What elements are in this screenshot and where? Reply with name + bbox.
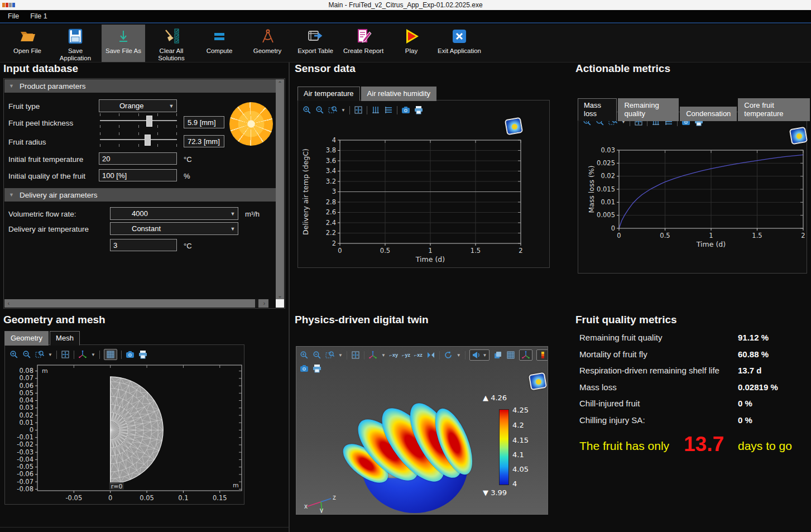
volumetric-flow-rate-combo[interactable]: 4000 ▼ — [110, 207, 238, 220]
view-xy-button[interactable]: ⌐xy — [390, 352, 398, 358]
snapshot-camera-icon[interactable] — [300, 364, 309, 373]
create-report-button[interactable]: Create Report — [342, 25, 385, 62]
zoom-in-icon[interactable] — [300, 351, 309, 360]
axis-y-label: y — [320, 506, 323, 513]
zoom-extents-icon[interactable] — [351, 351, 360, 360]
fruit-3d-model[interactable] — [349, 394, 489, 515]
delivery-air-temperature-input[interactable]: 3 — [110, 239, 177, 251]
zoom-out-icon[interactable] — [313, 351, 321, 360]
play-button[interactable]: Play — [390, 25, 433, 62]
compute-button[interactable]: Compute — [198, 25, 241, 62]
slider-thumb[interactable] — [146, 116, 152, 127]
horizontal-scrollbar[interactable]: ‹ › — [4, 299, 268, 308]
chevron-down-icon[interactable]: ▼ — [338, 353, 343, 358]
scroll-left-icon[interactable]: ‹ — [4, 299, 13, 308]
fruit-radius-slider[interactable] — [100, 132, 177, 148]
delivery-air-temperature-combo[interactable]: Constant ▼ — [110, 222, 238, 235]
actionable-metrics-panel: ▼ 00.0050.010.0150.020.0250.0300.511.52T… — [578, 112, 807, 274]
tab-condensation[interactable]: Condensation — [680, 107, 737, 121]
vertical-scrollbar[interactable]: ⌃ ⌄ — [276, 79, 284, 300]
geometry-button[interactable]: Geometry — [246, 25, 289, 62]
svg-text:-0.06: -0.06 — [17, 470, 33, 478]
export-table-button[interactable]: Export Table — [294, 25, 337, 62]
open-file-button[interactable]: Open File — [6, 25, 49, 62]
svg-text:0: 0 — [617, 232, 621, 239]
svg-text:0.005: 0.005 — [597, 211, 615, 219]
delivery-air-temperature-unit: °C — [184, 242, 192, 250]
input-database-panel: ▼ Product parameters Fruit type Orange ▼… — [3, 78, 285, 309]
bottom-divider — [0, 527, 289, 528]
scroll-down-icon[interactable]: ⌄ — [276, 291, 284, 300]
svg-text:3.4: 3.4 — [326, 167, 336, 175]
view-xz-button[interactable]: ⌐xz — [414, 352, 423, 358]
svg-text:0: 0 — [30, 426, 33, 434]
fruit-peel-thickness-value[interactable]: 5.9 [mm] — [184, 116, 224, 128]
colorbar-toggle-button[interactable] — [536, 349, 549, 361]
transparency-button[interactable]: ▼ — [469, 349, 490, 361]
svg-text:m: m — [42, 367, 48, 375]
geometry-mesh-title: Geometry and mesh — [3, 314, 105, 326]
tab-remaining-quality[interactable]: Remaining quality — [618, 98, 679, 121]
save-file-as-button[interactable]: Save File As — [102, 25, 145, 62]
delivery-air-temperature-label: Delivery air temperature — [8, 225, 89, 233]
scene-light-icon[interactable] — [493, 351, 502, 360]
svg-text:0.05: 0.05 — [19, 389, 33, 397]
fruit-radius-value[interactable]: 72.3 [mm] — [184, 135, 224, 147]
svg-text:-0.07: -0.07 — [17, 478, 33, 486]
clear-all-solutions-button[interactable]: Clear All Solutions — [150, 25, 193, 62]
print-icon[interactable] — [313, 364, 321, 373]
colorbar-tick: 4 — [512, 480, 517, 488]
tab-geometry[interactable]: Geometry — [4, 331, 49, 346]
actionable-metrics-title: Actionable metrics — [575, 63, 670, 75]
tab-air-temperature[interactable]: Air temperature — [297, 87, 360, 101]
tab-mesh[interactable]: Mesh — [50, 331, 80, 346]
rotate-view-icon[interactable] — [444, 351, 453, 360]
logo-mark — [6, 3, 8, 7]
shelf-life-banner-number: 13.7 — [684, 433, 724, 456]
svg-text:r=0: r=0 — [111, 483, 123, 490]
svg-text:0.15: 0.15 — [213, 494, 227, 502]
grid-icon[interactable] — [506, 351, 515, 360]
triad-toggle-button[interactable] — [519, 349, 532, 361]
application-window: Main - FruiTed_v2_Citrus_App_Exp-01.02.2… — [0, 0, 811, 532]
initial-fruit-temperature-input[interactable]: 20 — [99, 152, 177, 165]
megaphone-icon — [472, 351, 481, 360]
digital-twin-viewport: ▼ ▼ ⌐xy ⌐yz ⌐xz ▼ ▼ — [296, 346, 548, 515]
initial-fruit-temperature-unit: °C — [184, 155, 192, 164]
svg-text:3.6: 3.6 — [326, 157, 336, 165]
axis-orientation-icon[interactable] — [368, 351, 377, 360]
svg-text:0.01: 0.01 — [601, 198, 615, 206]
svg-text:1.5: 1.5 — [471, 247, 481, 255]
fruit-type-combo[interactable]: Orange ▼ — [99, 99, 177, 112]
menu-file-1[interactable]: File 1 — [26, 11, 52, 21]
sensor-data-title: Sensor data — [295, 63, 356, 75]
menu-file[interactable]: File — [3, 11, 23, 21]
chevron-down-icon[interactable]: ▼ — [457, 353, 461, 358]
tab-core-fruit-temperature[interactable]: Core fruit temperature — [738, 98, 810, 121]
save-application-button[interactable]: Save Application — [54, 25, 97, 62]
chevron-down-icon[interactable]: ▼ — [381, 353, 386, 358]
exit-icon — [450, 27, 468, 45]
tab-air-relative-humidity[interactable]: Air relative humidity — [361, 87, 436, 101]
svg-text:1.5: 1.5 — [752, 232, 762, 239]
svg-text:3: 3 — [332, 188, 336, 195]
initial-quality-input[interactable]: 100 [%] — [99, 169, 177, 181]
slider-thumb[interactable] — [145, 135, 151, 146]
axis-z-label: z — [333, 493, 336, 501]
twin-plot-toolbar-row2 — [300, 362, 321, 375]
zoom-box-icon[interactable] — [325, 351, 334, 360]
scroll-right-icon[interactable]: › — [260, 299, 268, 308]
scroll-up-icon[interactable]: ⌃ — [276, 79, 284, 88]
svg-text:-0.03: -0.03 — [17, 448, 33, 456]
tab-mass-loss[interactable]: Mass loss — [578, 98, 617, 121]
svg-text:0: 0 — [338, 247, 342, 255]
exit-application-button[interactable]: Exit Application — [438, 25, 481, 62]
chevron-down-icon: ▼ — [166, 103, 176, 109]
view-yz-button[interactable]: ⌐yz — [402, 352, 410, 358]
delivery-air-parameters-header[interactable]: ▼ Delivery air parameters — [4, 188, 276, 202]
app-logo-icon — [2, 3, 17, 7]
flip-view-icon[interactable] — [426, 351, 435, 360]
product-parameters-header[interactable]: ▼ Product parameters — [4, 79, 276, 93]
geometry-mesh-panel: ▼ ▼ r=0mm0.080.070.060.050.040.030.020.0… — [4, 344, 244, 505]
fruit-peel-thickness-slider[interactable] — [100, 113, 177, 129]
